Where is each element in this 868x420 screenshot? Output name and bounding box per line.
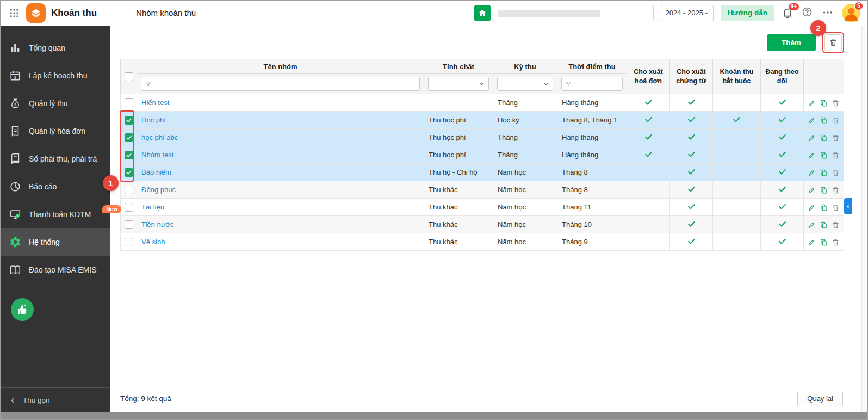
col-header-ten-nhom: Tên nhóm [137, 59, 424, 74]
sidebar-item-label: Tổng quan [29, 44, 65, 52]
bar-chart-icon [9, 42, 21, 54]
more-button[interactable] [822, 7, 835, 20]
duplicate-button[interactable] [820, 203, 828, 212]
duplicate-button[interactable] [820, 169, 828, 177]
sidebar-item-qu-n-l-h-a-n[interactable]: Quản lý hóa đơn [0, 117, 110, 145]
notification-badge: 9+ [788, 3, 799, 11]
check-icon [778, 150, 787, 159]
row-checkbox[interactable] [125, 186, 133, 194]
group-name-link[interactable]: Vệ sinh [141, 238, 165, 246]
duplicate-button[interactable] [820, 151, 828, 159]
ky-thu-filter-select[interactable] [497, 77, 553, 91]
edit-button[interactable] [808, 203, 816, 212]
delete-button[interactable] [832, 221, 840, 229]
add-button[interactable]: Thêm [767, 34, 816, 51]
duplicate-button[interactable] [820, 99, 828, 107]
duplicate-button[interactable] [820, 134, 828, 142]
edit-button[interactable] [808, 134, 816, 142]
promo-button[interactable] [11, 298, 34, 321]
sidebar-item-s-ph-i-thu-ph-i-tr-[interactable]: Sổ phải thu, phải trả [0, 145, 110, 172]
delete-button[interactable] [832, 238, 840, 246]
time-cell: Tháng 8, Tháng 1 [557, 112, 627, 129]
delete-button[interactable] [832, 134, 840, 142]
ten-nhom-filter-field[interactable] [141, 77, 419, 90]
time-cell: Tháng 8 [557, 181, 627, 199]
sidebar-item-b-o-c-o[interactable]: Báo cáo [0, 172, 110, 200]
thoi-diem-thu-filter-input[interactable] [561, 77, 623, 91]
check-icon [644, 115, 653, 124]
delete-button[interactable] [832, 186, 840, 194]
time-cell: Tháng 8 [557, 164, 627, 181]
group-name-link[interactable]: Học phí [141, 116, 166, 124]
tinh-chat-filter-select[interactable] [428, 77, 489, 91]
ten-nhom-filter-input[interactable] [141, 77, 420, 91]
flag-cell [627, 199, 670, 216]
col-header-ky-thu: Kỳ thu [493, 59, 557, 74]
home-icon [478, 8, 487, 18]
payment-terminal-icon [9, 208, 21, 220]
duplicate-button[interactable] [820, 221, 828, 229]
edit-button[interactable] [808, 99, 816, 107]
avatar[interactable]: 5 [842, 4, 860, 22]
sidebar-item-qu-n-l-thu[interactable]: $Quản lý thu [0, 89, 110, 117]
app-grid-icon[interactable] [8, 7, 21, 20]
delete-button[interactable] [832, 169, 840, 177]
group-name-link[interactable]: Nhóm test [141, 151, 173, 159]
edit-button[interactable] [808, 116, 816, 125]
check-icon [687, 184, 696, 194]
duplicate-button[interactable] [820, 116, 828, 125]
sidebar-item-l-p-k-ho-ch-thu[interactable]: $Lập kế hoạch thu [0, 61, 110, 89]
duplicate-button[interactable] [820, 238, 828, 246]
sidebar-item-h-th-ng[interactable]: Hệ thống [0, 228, 110, 256]
side-panel-toggle[interactable] [844, 198, 852, 214]
group-name-link[interactable]: Hiển test [141, 98, 169, 107]
delete-button[interactable] [832, 203, 840, 212]
group-name-link[interactable]: Đồng phục [141, 186, 176, 194]
sidebar-item-thanh-to-n-kdtm[interactable]: Thanh toán KDTMNew [0, 200, 110, 228]
edit-button[interactable] [808, 186, 816, 194]
scrollbar[interactable] [861, 26, 867, 412]
row-checkbox[interactable] [125, 238, 133, 246]
guide-button[interactable]: Hướng dẫn [721, 5, 774, 21]
delete-button[interactable] [832, 151, 840, 159]
delete-button[interactable] [832, 99, 840, 107]
flag-cell [761, 233, 804, 251]
sidebar-item--o-t-o-misa-emis[interactable]: Đào tạo MISA EMIS [0, 256, 110, 283]
edit-button[interactable] [808, 238, 816, 246]
select-all-checkbox[interactable] [125, 72, 133, 81]
group-name-link[interactable]: Bảo hiểm [141, 168, 171, 176]
duplicate-button[interactable] [820, 186, 828, 194]
home-button[interactable] [474, 5, 491, 21]
check-icon [687, 237, 696, 246]
sidebar-collapse-button[interactable]: Thu gọn [0, 387, 110, 412]
group-name-link[interactable]: học phí abc [141, 133, 178, 141]
row-checkbox[interactable] [125, 203, 133, 212]
back-button[interactable]: Quay lại [797, 391, 843, 406]
notifications-button[interactable]: 9+ [782, 7, 795, 20]
group-name-link[interactable]: Tài liệu [141, 203, 164, 211]
school-year-select[interactable]: 2024 - 2025 [661, 5, 714, 21]
help-button[interactable] [802, 7, 815, 20]
table-row: Hiển testThángHàng tháng [121, 94, 844, 112]
sidebar-item-label: Lập kế hoạch thu [29, 71, 87, 80]
row-checkbox[interactable] [125, 220, 133, 229]
bulk-delete-button[interactable] [824, 34, 842, 51]
search-input[interactable] [493, 5, 654, 21]
row-checkbox[interactable] [125, 151, 133, 159]
sidebar-item-t-ng-quan[interactable]: Tổng quan [0, 34, 110, 61]
money-bag-icon: $ [9, 97, 21, 109]
row-checkbox[interactable] [125, 116, 133, 125]
total-results: Tổng: 9 kết quả [120, 394, 171, 403]
row-checkbox[interactable] [125, 168, 133, 177]
trash-icon [829, 38, 838, 47]
row-checkbox[interactable] [125, 98, 133, 107]
nature-cell: Thu khác [424, 199, 493, 216]
row-checkbox[interactable] [125, 133, 133, 142]
check-icon [644, 132, 653, 141]
group-name-link[interactable]: Tiền nước [141, 220, 173, 228]
edit-button[interactable] [808, 169, 816, 177]
edit-button[interactable] [808, 151, 816, 159]
flag-cell [713, 146, 761, 164]
edit-button[interactable] [808, 221, 816, 229]
delete-button[interactable] [832, 116, 840, 125]
